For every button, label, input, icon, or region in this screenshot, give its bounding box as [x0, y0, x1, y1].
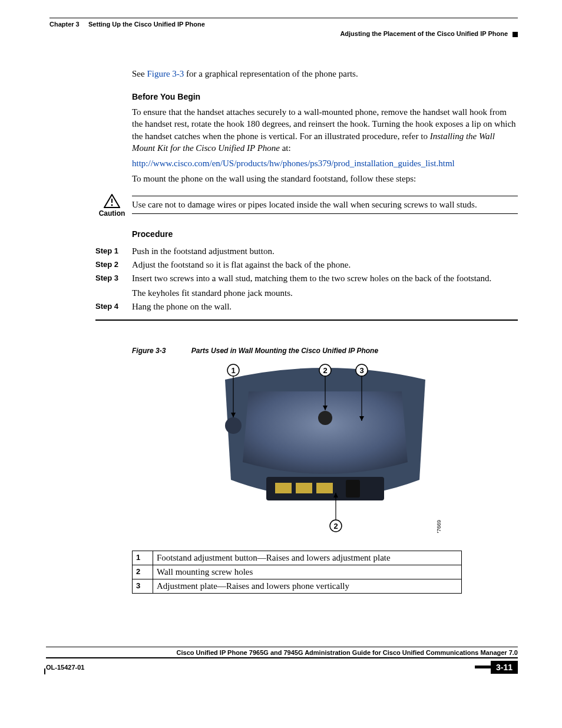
svg-rect-7	[346, 480, 360, 498]
figure-number: Figure 3-3	[132, 347, 166, 355]
callout-3: 3	[359, 366, 363, 375]
part-num: 2	[133, 565, 153, 579]
svg-point-2	[318, 411, 332, 425]
figure-xref[interactable]: Figure 3-3	[147, 69, 184, 78]
part-num: 1	[133, 551, 153, 565]
part-num: 3	[133, 579, 153, 593]
section-title: Adjusting the Placement of the Cisco Uni…	[340, 30, 508, 38]
see-suffix: for a graphical representation of the ph…	[184, 69, 358, 78]
figure-image: 1 2 3 2 77669	[132, 362, 518, 533]
svg-rect-5	[296, 483, 312, 493]
caution-block: Caution Use care not to damage wires or …	[95, 196, 518, 214]
step-label: Step 2	[95, 260, 121, 270]
procedure-steps: Step 1 Push in the footstand adjustment …	[95, 245, 518, 314]
part-desc: Footstand adjustment button—Raises and l…	[153, 551, 462, 565]
parts-table: 1 Footstand adjustment button—Raises and…	[132, 551, 462, 594]
svg-point-1	[111, 204, 113, 206]
step-row: Step 1 Push in the footstand adjustment …	[95, 245, 518, 258]
figure-image-id: 77669	[436, 520, 442, 533]
callout-2b: 2	[333, 522, 338, 531]
table-row: 1 Footstand adjustment button—Raises and…	[133, 551, 462, 565]
chapter-label: Chapter 3	[49, 21, 80, 28]
step-label: Step 3	[95, 274, 121, 298]
figure-title: Parts Used in Wall Mounting the Cisco Un…	[191, 347, 378, 355]
table-row: 2 Wall mounting screw holes	[133, 565, 462, 579]
before-p2: To mount the phone on the wall using the…	[132, 173, 518, 185]
body-content: See Figure 3-3 for a graphical represent…	[132, 68, 518, 185]
doc-id: OL-15427-01	[46, 664, 84, 671]
step-text: Insert two screws into a wall stud, matc…	[132, 274, 518, 298]
callout-2a: 2	[323, 366, 327, 375]
part-desc: Adjustment plate—Raises and lowers phone…	[153, 579, 462, 593]
page-footer: Cisco Unified IP Phone 7965G and 7945G A…	[46, 647, 518, 674]
svg-point-8	[225, 417, 242, 434]
step-row: Step 3 Insert two screws into a wall stu…	[95, 272, 518, 300]
before-heading: Before You Begin	[132, 91, 518, 103]
before-p1b: at:	[280, 143, 291, 153]
page-number: 3-11	[491, 661, 518, 674]
step-text: Hang the phone on the wall.	[132, 302, 518, 312]
caution-label: Caution	[95, 209, 128, 218]
step-label: Step 4	[95, 302, 121, 312]
footer-book-title: Cisco Unified IP Phone 7965G and 7945G A…	[46, 647, 518, 657]
step-text: Push in the footstand adjustment button.	[132, 246, 518, 256]
svg-rect-6	[316, 483, 333, 493]
figure-caption: Figure 3-3 Parts Used in Wall Mounting t…	[132, 347, 518, 355]
table-row: 3 Adjustment plate—Raises and lowers pho…	[133, 579, 462, 593]
part-desc: Wall mounting screw holes	[153, 565, 462, 579]
see-prefix: See	[132, 69, 147, 78]
install-guide-link[interactable]: http://www.cisco.com/en/US/products/hw/p…	[132, 159, 455, 168]
svg-rect-4	[275, 483, 292, 493]
step-label: Step 1	[95, 246, 121, 256]
caution-icon: Caution	[95, 194, 128, 218]
caution-text: Use care not to damage wires or pipes lo…	[132, 196, 518, 213]
page-header: Chapter 3 Setting Up the Cisco Unified I…	[49, 18, 518, 38]
step-text: Adjust the footstand so it is flat again…	[132, 260, 518, 270]
step-row: Step 2 Adjust the footstand so it is fla…	[95, 258, 518, 272]
step-row: Step 4 Hang the phone on the wall.	[95, 300, 518, 314]
procedure-heading: Procedure	[132, 229, 518, 239]
header-end-marker	[513, 32, 518, 37]
callout-1: 1	[231, 366, 235, 375]
chapter-title: Setting Up the Cisco Unified IP Phone	[88, 21, 205, 28]
